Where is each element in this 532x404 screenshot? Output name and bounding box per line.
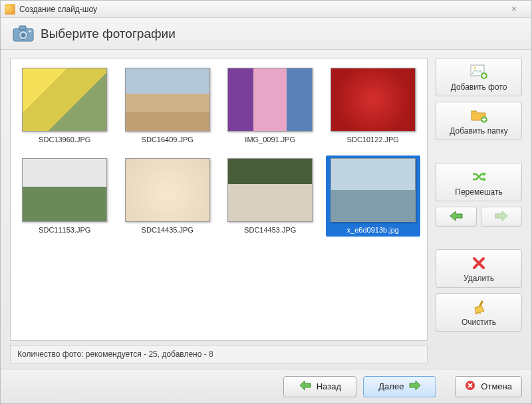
thumbnail-image: [22, 158, 107, 222]
titlebar: Создание слайд-шоу ×: [1, 1, 531, 18]
page-header: Выберите фотографии: [1, 18, 531, 50]
thumbnail-label: SDC14453.JPG: [244, 226, 296, 234]
status-bar: Количество фото: рекомендуется - 25, доб…: [10, 345, 428, 363]
arrow-right-icon: [409, 380, 421, 393]
thumbnail-label: SDC14435.JPG: [142, 226, 194, 234]
button-label: Добавить фото: [451, 82, 507, 92]
button-label: Отмена: [481, 381, 512, 391]
arrow-left-icon: [449, 210, 464, 224]
arrow-right-icon: [494, 210, 509, 224]
photo-thumbnail[interactable]: SDC14453.JPG: [223, 155, 318, 237]
button-label: Перемешать: [455, 187, 502, 197]
close-icon[interactable]: ×: [501, 4, 527, 15]
window-title: Создание слайд-шоу: [19, 5, 497, 14]
add-photo-button[interactable]: Добавить фото: [436, 58, 522, 96]
cancel-button[interactable]: Отмена: [455, 376, 522, 397]
dialog-window: Создание слайд-шоу × Выберите фотографии…: [0, 0, 532, 404]
add-folder-button[interactable]: Добавить папку: [436, 102, 522, 140]
page-title: Выберите фотографии: [41, 27, 176, 41]
photo-grid: SDC13960.JPGSDC16409.JPGIMG_0091.JPGSDC1…: [10, 58, 428, 341]
thumbnail-image: [331, 158, 416, 222]
move-left-button[interactable]: [436, 207, 477, 227]
photo-thumbnail[interactable]: SDC14435.JPG: [120, 155, 215, 237]
photo-thumbnail[interactable]: SDC13960.JPG: [17, 65, 112, 146]
sidebar: Добавить фото Добавить папку Перемешать: [436, 58, 522, 363]
svg-point-6: [474, 67, 476, 69]
delete-button[interactable]: Удалить: [436, 249, 522, 288]
button-label: Добавить папку: [450, 126, 507, 136]
content-area: SDC13960.JPGSDC16409.JPGIMG_0091.JPGSDC1…: [1, 50, 531, 369]
thumbnail-image: [125, 158, 210, 222]
photo-thumbnail[interactable]: SDC11153.JPG: [17, 155, 112, 237]
arrow-left-icon: [299, 380, 311, 393]
thumbnail-image: [22, 68, 107, 132]
thumbnail-label: SDC11153.JPG: [39, 226, 90, 234]
delete-icon: [470, 255, 487, 271]
thumbnail-label: IMG_0091.JPG: [245, 136, 295, 144]
camera-icon: [13, 25, 34, 43]
button-label: Очистить: [462, 318, 496, 327]
thumbnail-label: x_e6d0913b.jpg: [347, 226, 399, 234]
left-column: SDC13960.JPGSDC16409.JPGIMG_0091.JPGSDC1…: [10, 58, 428, 363]
thumbnail-image: [227, 158, 313, 222]
button-label: Назад: [317, 381, 341, 391]
next-button[interactable]: Далее: [363, 376, 436, 397]
thumbnail-image: [125, 68, 210, 132]
photo-thumbnail[interactable]: SDC16409.JPG: [120, 65, 215, 146]
back-button[interactable]: Назад: [283, 376, 356, 397]
svg-point-3: [21, 33, 26, 37]
photo-thumbnail[interactable]: x_e6d0913b.jpg: [326, 155, 421, 237]
thumbnail-label: SDC10122.JPG: [347, 136, 399, 144]
move-right-button[interactable]: [481, 207, 522, 227]
thumbnail-label: SDC16409.JPG: [142, 136, 194, 144]
clear-button[interactable]: Очистить: [436, 293, 522, 332]
photo-thumbnail[interactable]: IMG_0091.JPG: [223, 65, 318, 146]
shuffle-button[interactable]: Перемешать: [436, 163, 522, 201]
button-label: Удалить: [464, 274, 494, 283]
thumbnail-label: SDC13960.JPG: [39, 136, 90, 144]
button-label: Далее: [378, 381, 404, 391]
broom-icon: [470, 299, 487, 315]
app-icon: [5, 4, 15, 15]
footer: Назад Далее Отмена: [1, 369, 531, 403]
folder-add-icon: [470, 108, 487, 124]
thumbnail-image: [227, 68, 313, 132]
photo-thumbnail[interactable]: SDC10122.JPG: [326, 65, 421, 146]
cancel-icon: [465, 380, 475, 393]
photo-add-icon: [470, 64, 487, 80]
shuffle-icon: [470, 169, 487, 185]
svg-point-4: [29, 30, 31, 32]
svg-rect-1: [19, 26, 26, 30]
thumbnail-image: [331, 68, 416, 132]
move-arrows: [436, 207, 522, 227]
